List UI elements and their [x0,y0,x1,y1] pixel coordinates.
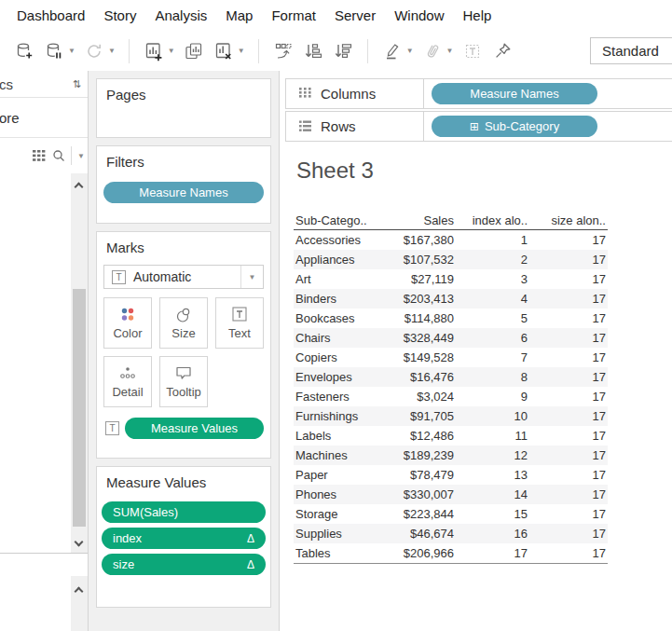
value-cell[interactable]: $114,880 [401,311,454,325]
value-cell[interactable]: $12,486 [401,429,454,443]
value-cell[interactable]: 8 [454,370,528,384]
value-cell[interactable]: $46,674 [401,527,454,541]
new-data-source-button[interactable] [11,38,37,64]
value-cell[interactable]: 17 [528,370,606,384]
data-pane-tab[interactable]: cs ⇅ [0,71,88,98]
value-cell[interactable]: $16,476 [401,370,454,384]
table-row[interactable]: Envelopes$16,476817 [294,367,608,387]
chevron-down-icon[interactable]: ▼ [108,47,116,55]
row-header-cell[interactable]: Accessories [294,233,401,247]
value-cell[interactable]: 17 [528,487,606,501]
value-cell[interactable]: 13 [454,468,528,482]
scrollbar-thumb[interactable] [73,289,86,527]
color-button[interactable]: Color [103,297,152,349]
value-cell[interactable]: 17 [454,546,528,560]
table-row[interactable]: Tables$206,9661717 [294,543,608,563]
scroll-up-icon[interactable] [75,177,82,194]
row-header-cell[interactable]: Furnishings [294,409,401,423]
pause-auto-updates-icon[interactable] [41,38,67,64]
value-cell[interactable]: 17 [528,390,606,404]
value-cell[interactable]: 15 [454,507,528,521]
run-auto-updates-button[interactable]: ▼ [81,38,117,64]
pages-card[interactable]: Pages [96,78,271,138]
value-cell[interactable]: $203,413 [401,292,454,306]
lower-pane-scrollbar[interactable] [71,576,88,631]
format-hyperlink-button[interactable]: ▼ [419,38,456,64]
value-cell[interactable]: 17 [528,468,606,482]
value-cell[interactable]: 16 [454,527,528,541]
value-cell[interactable]: $149,528 [401,350,454,364]
value-cell[interactable]: $27,119 [401,272,454,286]
value-cell[interactable]: 7 [454,350,528,364]
table-row[interactable]: Labels$12,4861117 [294,426,608,446]
run-auto-updates-icon[interactable] [81,38,107,64]
sort-fields-icon[interactable]: ⇅ [73,78,81,90]
search-icon[interactable] [52,149,65,162]
value-cell[interactable]: 17 [528,448,606,462]
row-header-cell[interactable]: Machines [294,448,401,462]
new-data-source-icon[interactable] [11,38,37,64]
show-mark-labels-icon[interactable] [459,38,486,64]
table-row[interactable]: Bookcases$114,880517 [294,309,608,328]
row-header-cell[interactable]: Appliances [294,253,401,267]
duplicate-sheet-icon[interactable] [181,38,207,64]
value-cell[interactable]: 14 [454,487,528,501]
sort-descending-button[interactable] [330,38,356,64]
sort-ascending-button[interactable] [300,38,326,64]
value-cell[interactable]: 17 [528,272,606,286]
table-row[interactable]: Phones$330,0071417 [294,485,608,504]
value-cell[interactable]: $78,479 [401,468,454,482]
value-cell[interactable]: 17 [528,311,606,325]
value-cell[interactable]: 11 [454,429,528,443]
table-row[interactable]: Accessories$167,380117 [294,230,608,250]
menu-format[interactable]: Format [262,7,325,23]
detail-button[interactable]: Detail [103,356,152,407]
highlight-icon[interactable] [379,38,405,64]
chevron-down-icon[interactable]: ▼ [68,47,75,55]
value-cell[interactable]: $91,705 [401,409,454,423]
row-header-cell[interactable]: Labels [294,429,401,443]
value-cell[interactable]: 17 [528,253,606,267]
menu-analysis[interactable]: Analysis [145,7,216,23]
chevron-down-icon[interactable]: ▼ [77,152,85,160]
value-cell[interactable]: 12 [454,448,528,462]
sort-descending-icon[interactable] [330,38,356,64]
value-cell[interactable]: $206,966 [401,546,454,560]
value-cell[interactable]: $107,532 [401,253,454,267]
value-cell[interactable]: $189,239 [401,448,454,462]
row-header-cell[interactable]: Art [294,272,401,286]
menu-window[interactable]: Window [385,7,453,23]
swap-rows-columns-icon[interactable] [270,38,296,64]
value-cell[interactable]: 17 [528,527,606,541]
pill-sum-sales-[interactable]: SUM(Sales) [102,501,266,523]
swap-rows-columns-button[interactable] [270,38,296,64]
value-cell[interactable]: 10 [454,409,528,423]
pill-index[interactable]: indexΔ [102,528,266,549]
value-cell[interactable]: 2 [454,253,528,267]
row-header-cell[interactable]: Envelopes [294,370,401,384]
show-mark-labels-button[interactable] [459,38,486,64]
fix-axes-icon[interactable] [489,38,515,64]
value-cell[interactable]: $328,449 [401,331,454,345]
value-cell[interactable]: 17 [528,233,606,247]
highlight-button[interactable]: ▼ [379,38,416,64]
table-row[interactable]: Appliances$107,532217 [294,250,608,269]
chevron-down-icon[interactable]: ▼ [240,266,263,288]
value-cell[interactable]: 17 [528,331,606,345]
column-header[interactable]: Sub-Catego.. [294,213,401,227]
clear-sheet-icon[interactable] [211,38,237,64]
table-row[interactable]: Chairs$328,449617 [294,328,608,348]
expand-icon[interactable]: ⊞ [470,120,479,133]
value-cell[interactable]: $3,024 [401,390,454,404]
pill-sub-category[interactable]: ⊞Sub-Category [432,116,597,137]
menu-story[interactable]: Story [94,7,145,23]
columns-shelf[interactable]: Columns Measure Names [285,78,672,109]
value-cell[interactable]: 4 [454,292,528,306]
table-row[interactable]: Binders$203,413417 [294,289,608,309]
row-header-cell[interactable]: Paper [294,468,401,482]
view-mode-dropdown[interactable]: Standard [590,37,672,64]
pill-measure-names[interactable]: Measure Names [103,182,264,203]
filters-card[interactable]: Filters Measure Names [96,145,271,224]
value-cell[interactable]: $330,007 [401,487,454,501]
menu-help[interactable]: Help [454,7,501,23]
